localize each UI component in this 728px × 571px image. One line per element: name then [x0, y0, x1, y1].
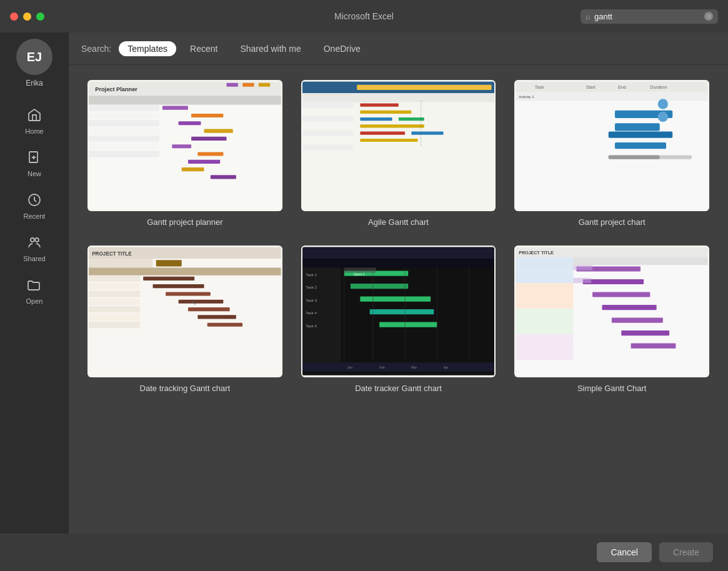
- filter-shared-with-me[interactable]: Shared with me: [231, 41, 309, 56]
- svg-text:PROJECT TITLE: PROJECT TITLE: [519, 251, 554, 256]
- svg-rect-41: [360, 111, 411, 114]
- svg-rect-12: [89, 127, 159, 134]
- svg-rect-32: [302, 102, 354, 107]
- svg-rect-40: [360, 103, 399, 106]
- svg-rect-20: [191, 137, 226, 141]
- filter-onedrive[interactable]: OneDrive: [315, 41, 369, 56]
- svg-rect-83: [197, 315, 236, 319]
- svg-text:↖: ↖: [191, 299, 196, 306]
- svg-point-60: [658, 112, 668, 122]
- svg-rect-14: [89, 143, 159, 149]
- open-icon: [27, 277, 42, 295]
- svg-rect-128: [612, 318, 663, 323]
- template-card-date-tracking-gantt[interactable]: PROJECT TITLE: [87, 246, 282, 392]
- svg-text:Task: Task: [535, 85, 544, 90]
- template-thumb-date-tracking-gantt: PROJECT TITLE: [87, 246, 282, 377]
- svg-rect-33: [302, 109, 354, 115]
- search-icon: ⌕: [586, 12, 591, 21]
- svg-rect-80: [166, 292, 211, 296]
- svg-rect-19: [204, 129, 233, 133]
- svg-rect-130: [631, 344, 676, 349]
- svg-rect-82: [188, 307, 230, 311]
- filter-bar: Search: Templates Recent Shared with me …: [69, 32, 728, 65]
- close-button[interactable]: [10, 12, 18, 21]
- create-button[interactable]: Create: [659, 542, 713, 562]
- template-name-date-tracking-gantt: Date tracking Gantt chart: [140, 384, 231, 393]
- filter-templates[interactable]: Templates: [119, 41, 176, 56]
- svg-rect-27: [242, 83, 254, 87]
- svg-rect-64: [609, 156, 660, 159]
- template-card-gantt-project-chart[interactable]: Task Start End Duration Activity 1: [514, 80, 709, 227]
- svg-rect-75: [89, 306, 140, 312]
- svg-rect-81: [179, 300, 224, 304]
- svg-rect-87: [302, 247, 495, 259]
- sidebar-label-open: Open: [26, 297, 43, 305]
- svg-text:PROJECT TITLE: PROJECT TITLE: [92, 251, 132, 257]
- sidebar-item-shared[interactable]: Shared: [0, 227, 69, 270]
- traffic-lights: [10, 12, 44, 21]
- search-input[interactable]: gantt: [594, 12, 704, 21]
- sidebar-item-recent[interactable]: Recent: [0, 185, 69, 227]
- svg-rect-132: [574, 278, 592, 283]
- svg-rect-126: [592, 292, 650, 297]
- shared-icon: [27, 235, 42, 252]
- svg-rect-122: [516, 347, 573, 360]
- svg-rect-37: [302, 137, 354, 143]
- sidebar-item-open[interactable]: Open: [0, 270, 69, 312]
- template-card-simple-gantt-chart[interactable]: PROJECT TITLE: [514, 246, 709, 392]
- template-card-agile-gantt-chart[interactable]: Agile Gantt chart: [301, 80, 496, 227]
- svg-rect-106: [302, 363, 495, 372]
- search-bar[interactable]: ⌕ gantt ✕: [581, 9, 718, 24]
- clear-search-button[interactable]: ✕: [704, 12, 713, 21]
- svg-text:Task 3: Task 3: [306, 298, 317, 302]
- svg-rect-38: [302, 144, 354, 150]
- svg-rect-131: [574, 266, 593, 271]
- svg-rect-46: [411, 132, 443, 135]
- svg-rect-77: [89, 322, 140, 328]
- main-layout: EJ Erika Home New: [0, 32, 728, 534]
- svg-text:Start: Start: [586, 85, 596, 90]
- svg-rect-11: [89, 120, 159, 126]
- svg-rect-74: [89, 299, 140, 305]
- svg-rect-22: [197, 152, 223, 156]
- svg-rect-120: [516, 322, 573, 335]
- maximize-button[interactable]: [36, 12, 44, 21]
- sidebar-label-recent: Recent: [24, 212, 46, 220]
- svg-rect-43: [398, 117, 424, 121]
- svg-rect-117: [516, 283, 573, 296]
- svg-rect-125: [583, 279, 644, 284]
- svg-rect-98: [369, 309, 434, 314]
- template-name-gantt-project-chart: Gantt project chart: [579, 217, 646, 227]
- svg-rect-21: [172, 144, 191, 148]
- svg-text:Task 1: Task 1: [306, 272, 317, 277]
- filter-recent[interactable]: Recent: [181, 41, 226, 56]
- template-card-date-tracker-gantt[interactable]: Task 1 Task 2 Task 3 Task 4 Task 5: [301, 246, 496, 392]
- cancel-button[interactable]: Cancel: [597, 542, 652, 562]
- svg-rect-31: [302, 93, 495, 102]
- home-icon: [27, 107, 42, 125]
- svg-rect-99: [379, 322, 437, 327]
- template-thumb-agile-gantt-chart: [301, 80, 496, 211]
- svg-rect-13: [89, 136, 159, 142]
- template-card-gantt-project-planner[interactable]: Project Planner: [87, 80, 282, 227]
- minimize-button[interactable]: [23, 12, 31, 21]
- svg-rect-84: [207, 323, 242, 327]
- svg-rect-45: [360, 132, 405, 135]
- template-name-simple-gantt-chart: Simple Gantt Chart: [577, 384, 647, 393]
- sidebar-item-home[interactable]: Home: [0, 100, 69, 142]
- svg-rect-89: [302, 268, 341, 370]
- svg-rect-44: [360, 124, 424, 127]
- svg-rect-79: [153, 284, 204, 288]
- new-icon: [27, 150, 42, 167]
- svg-rect-25: [211, 175, 236, 179]
- svg-rect-72: [89, 283, 140, 289]
- svg-rect-119: [516, 309, 573, 322]
- sidebar-label-new: New: [27, 170, 41, 177]
- app-title: Microsoft Excel: [334, 11, 394, 21]
- sidebar-item-new[interactable]: New: [0, 142, 69, 185]
- svg-rect-78: [143, 277, 194, 281]
- svg-rect-47: [360, 139, 417, 142]
- svg-text:Feb: Feb: [379, 366, 385, 370]
- svg-rect-61: [609, 132, 673, 138]
- svg-text:Mar: Mar: [411, 366, 417, 370]
